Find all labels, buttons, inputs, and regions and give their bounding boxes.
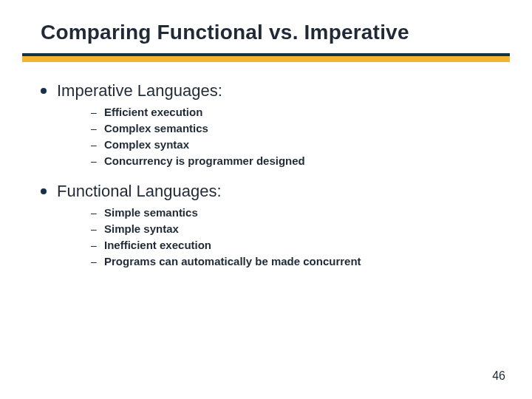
list-item-text: Efficient execution [104,105,202,120]
list-item-text: Inefficient execution [104,238,211,253]
list-item-text: Simple syntax [104,222,179,236]
dash-icon: – [91,154,104,168]
dash-icon: – [91,222,104,236]
list-item-text: Complex syntax [104,137,189,152]
list-item-text: Programs can automatically be made concu… [104,254,361,269]
slide: Comparing Functional vs. Imperative Impe… [0,0,532,399]
list-item: – Complex semantics [91,121,502,136]
dash-icon: – [91,238,104,253]
dash-icon: – [91,254,104,269]
imperative-sublist: – Efficient execution – Complex semantic… [91,105,502,168]
list-item: – Simple syntax [91,222,502,236]
list-item: – Inefficient execution [91,238,502,253]
list-item-text: Simple semantics [104,205,198,220]
list-item: – Programs can automatically be made con… [91,254,502,269]
list-item: – Concurrency is programmer designed [91,154,502,168]
slide-title: Comparing Functional vs. Imperative [41,21,409,44]
list-item: – Efficient execution [91,105,502,120]
title-rule-accent [22,56,510,62]
dash-icon: – [91,205,104,220]
dash-icon: – [91,105,104,120]
list-item: – Simple semantics [91,205,502,220]
bullet-heading: Imperative Languages: [57,81,222,100]
dash-icon: – [91,121,104,136]
page-number: 46 [492,369,505,383]
content-area: Imperative Languages: – Efficient execut… [41,81,502,282]
bullet-dot-icon [41,88,47,94]
list-item-text: Complex semantics [104,121,208,136]
bullet-functional: Functional Languages: [41,182,502,201]
list-item-text: Concurrency is programmer designed [104,154,305,168]
dash-icon: – [91,137,104,152]
bullet-heading: Functional Languages: [57,182,222,201]
bullet-imperative: Imperative Languages: [41,81,502,100]
bullet-dot-icon [41,188,47,194]
functional-sublist: – Simple semantics – Simple syntax – Ine… [91,205,502,269]
list-item: – Complex syntax [91,137,502,152]
